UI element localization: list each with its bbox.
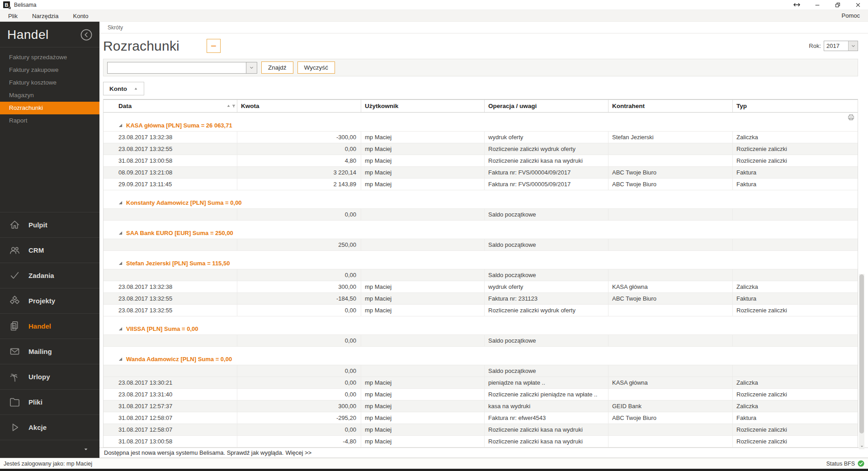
table-row[interactable]: 23.08.2017 13:32:38-300,00mp Maciejwydru… [104,132,858,143]
expand-triangle-icon[interactable] [118,123,123,127]
sidebar: Handel Faktury sprzedażoweFaktury zakupo… [0,22,99,458]
back-circle-icon [80,28,93,42]
chevron-down-icon[interactable] [848,41,858,51]
search-panel: Znajdź Wyczyść [103,59,858,77]
table-row[interactable]: 23.08.2017 13:30:210,00mp Maciejpieniądz… [104,377,858,389]
table-row[interactable]: 0,00Saldo początkowe [104,365,858,377]
table-row[interactable]: 23.08.2017 13:32:550,00mp MaciejRozlicze… [104,143,858,155]
nav-item-akcje[interactable]: Akcje [0,414,99,440]
group-gap [104,113,858,120]
table-row[interactable]: 23.08.2017 13:32:55-184,50mp MaciejFaktu… [104,293,858,305]
expand-triangle-icon[interactable] [118,231,123,235]
expand-triangle-icon[interactable] [118,201,123,205]
column-header-2[interactable]: Użytkownik [361,100,485,112]
search-input[interactable] [108,62,246,73]
group-by-chip[interactable]: Konto [103,82,144,95]
table-row[interactable]: 0,00Saldo początkowe [104,209,858,221]
nav-item-crm[interactable]: CRM [0,237,99,263]
table-row[interactable]: 250,00Saldo początkowe [104,239,858,251]
resize-icon[interactable] [787,0,807,9]
year-select[interactable]: 2017 [824,41,858,51]
group-gap [104,190,858,197]
notification-more-link[interactable]: Więcej >> [285,449,311,456]
documents-icon [8,320,21,333]
menu-item-0[interactable]: Plik [8,13,18,19]
sidebar-item[interactable]: Magazyn [0,89,99,102]
group-by-area: Konto [103,82,868,95]
menu-item-2[interactable]: Konto [73,13,88,19]
title-bar: B Belisama [0,0,868,10]
column-header-4[interactable]: Kontrahent [609,100,733,112]
table-row[interactable]: 31.08.2017 12:58:070,00mp MaciejRozlicze… [104,424,858,436]
group-header-row[interactable]: Wanda Adamowicz [PLN] Suma = 0,00 [104,353,858,365]
nav-item-projekty[interactable]: Projekty [0,288,99,313]
vertical-scrollbar[interactable] [859,274,864,449]
logged-in-status: Jesteś zalogowany jako: mp Maciej [4,461,92,467]
home-icon [8,219,21,231]
app-window: B Belisama PlikNarzędziaKonto Pomoc Hand… [0,0,868,471]
page-title: Rozrachunki [103,38,179,54]
settlements-table: DataKwotaUżytkownikOperacja / uwagiKontr… [103,99,858,447]
expand-triangle-icon[interactable] [118,357,123,361]
sidebar-item[interactable]: Faktury sprzedażowe [0,51,99,64]
filter-icon[interactable] [231,104,236,108]
table-row[interactable]: 23.08.2017 13:32:550,00mp MaciejRozlicze… [104,305,858,316]
sort-asc-icon [226,104,231,108]
printer-icon[interactable] [847,113,855,121]
column-header-5[interactable]: Typ [733,100,859,112]
sidebar-item[interactable]: Rozrachunki [0,102,99,114]
tab-skroty[interactable]: Skróty [108,24,123,31]
scroll-down-icon[interactable] [859,443,864,449]
expand-triangle-icon[interactable] [118,261,123,265]
expand-triangle-icon[interactable] [118,327,123,331]
nav-item-urlopy[interactable]: Urlopy [0,364,99,389]
sidebar-item[interactable]: Raport [0,114,99,127]
table-row[interactable]: 0,00Saldo początkowe [104,335,858,347]
menu-pomoc[interactable]: Pomoc [842,12,860,19]
nav-item-zadania[interactable]: Zadania [0,263,99,288]
menu-bar: PlikNarzędziaKonto Pomoc [0,10,868,22]
clear-button[interactable]: Wyczyść [297,61,335,74]
table-row[interactable]: 31.08.2017 13:00:584,80mp MaciejRozlicze… [104,155,858,167]
table-row[interactable]: 31.08.2017 12:57:37300,00mp Maciejkasa n… [104,400,858,412]
scrollbar-thumb[interactable] [859,274,864,433]
status-bar: Jesteś zalogowany jako: mp Maciej Status… [0,458,868,469]
app-logo-icon: B [3,1,10,8]
sidebar-item[interactable]: Faktury kosztowe [0,76,99,89]
close-icon[interactable] [848,0,868,9]
table-row[interactable]: 31.08.2017 13:00:58-4,80mp MaciejRozlicz… [104,436,858,447]
group-header-row[interactable]: Stefan Jezierski [PLN] Suma = 115,50 [104,258,858,269]
search-combobox[interactable] [107,62,257,74]
table-row[interactable]: 0,00Saldo początkowe [104,269,858,281]
sidebar-more-button[interactable] [0,440,99,458]
group-header-row[interactable]: VIISSA [PLN] Suma = 0,00 [104,323,858,335]
column-header-0[interactable]: Data [104,100,237,112]
status-ok-icon [858,460,864,467]
find-button[interactable]: Znajdź [261,61,293,74]
restore-icon[interactable] [827,0,848,9]
minimize-icon[interactable] [807,0,827,9]
update-notification: Dostępna jest nowa wersja systemu Belisa… [99,447,868,458]
table-row[interactable]: 29.09.2017 13:11:452 143,89mp MaciejFakt… [104,179,858,190]
chevron-down-icon[interactable] [246,62,257,73]
group-header-row[interactable]: Konstanty Adamowicz [PLN] Suma = 0,00 [104,197,858,209]
nav-item-pliki[interactable]: Pliki [0,389,99,414]
sidebar-item[interactable]: Faktury zakupowe [0,64,99,76]
sidebar-collapse-button[interactable] [80,28,93,42]
column-header-3[interactable]: Operacja / uwagi [485,100,609,112]
table-row[interactable]: 08.09.2017 13:21:083 220,14mp MaciejFakt… [104,167,858,179]
table-row[interactable]: 23.08.2017 13:32:38300,00mp Maciejwydruk… [104,281,858,293]
menu-item-1[interactable]: Narzędzia [32,13,59,19]
column-header-1[interactable]: Kwota [237,100,361,112]
collapse-all-button[interactable]: − [207,39,221,53]
nav-item-handel[interactable]: Handel [0,313,99,339]
table-row[interactable]: 31.08.2017 12:58:07-295,20mp MaciejFaktu… [104,412,858,424]
table-row[interactable]: 23.08.2017 13:31:400,00mp MaciejRozlicze… [104,389,858,400]
group-header-row[interactable]: KASA główna [PLN] Suma = 26 063,71 [104,120,858,132]
nav-item-pulpit[interactable]: Pulpit [0,212,99,237]
envelope-icon [8,345,21,358]
group-gap [104,347,858,353]
window-title: Belisama [14,2,36,8]
nav-item-mailing[interactable]: Mailing [0,339,99,364]
group-header-row[interactable]: SAA Bank EURO [EUR] Suma = 250,00 [104,227,858,239]
